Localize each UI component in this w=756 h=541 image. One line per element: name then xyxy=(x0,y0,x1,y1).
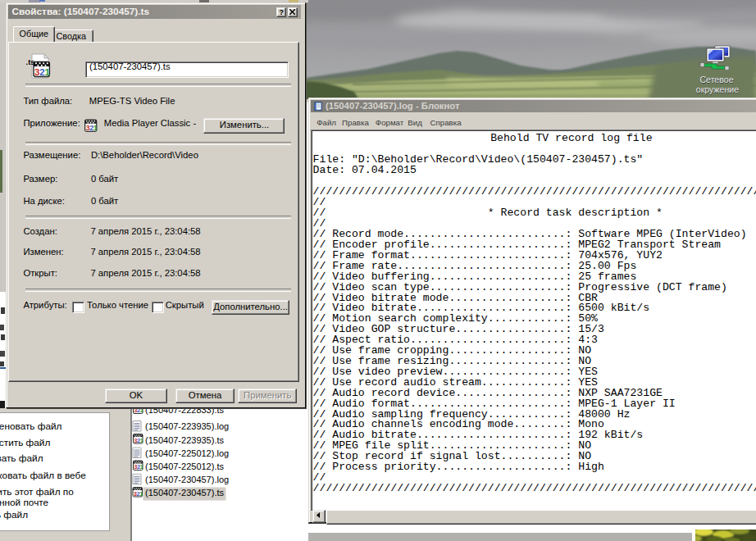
svg-text:1: 1 xyxy=(93,124,98,132)
svg-text:1: 1 xyxy=(45,67,51,77)
svg-text:окружение: окружение xyxy=(696,84,739,94)
svg-text:(150407-225012).ts: (150407-225012).ts xyxy=(145,461,225,471)
svg-text:(150407-230457).log: (150407-230457).log xyxy=(145,475,229,484)
svg-text:(150407-223935).log: (150407-223935).log xyxy=(145,421,229,431)
svg-text:(150407-230457).ts: (150407-230457).ts xyxy=(145,488,225,498)
svg-text:(150407-225012).log: (150407-225012).log xyxy=(145,448,229,458)
svg-text:(150407-223935).ts: (150407-223935).ts xyxy=(145,435,225,445)
svg-text:Сетевое: Сетевое xyxy=(699,75,733,84)
